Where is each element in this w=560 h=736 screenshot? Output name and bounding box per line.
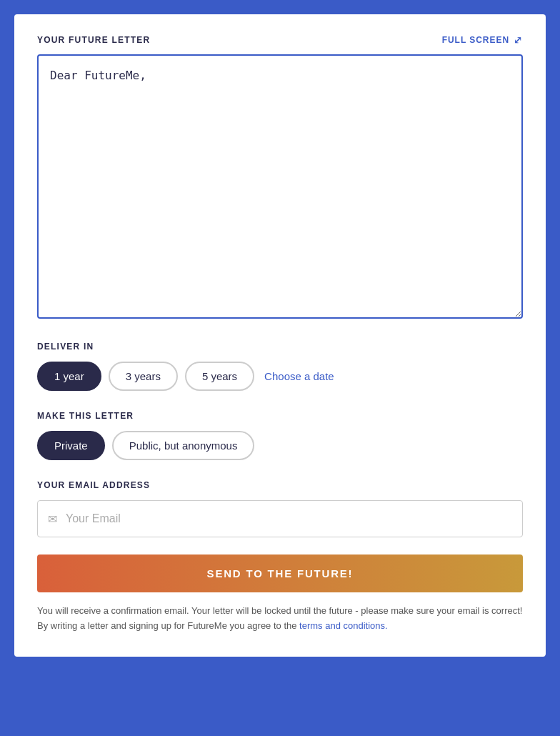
email-label: YOUR EMAIL ADDRESS [37,480,523,490]
make-letter-options-row: Private Public, but anonymous [37,431,523,460]
email-input-wrapper: ✉ [37,500,523,537]
email-icon: ✉ [48,512,57,526]
disclaimer-body: You will receive a confirmation email. Y… [37,605,522,631]
deliver-options-row: 1 year 3 years 5 years Choose a date [37,362,523,391]
fullscreen-label: FULL SCREEN [442,35,509,45]
make-letter-label: MAKE THIS LETTER [37,411,523,421]
letter-textarea[interactable]: Dear FutureMe, [37,54,523,319]
fullscreen-icon: ⤢ [514,34,523,46]
send-button[interactable]: SEND TO THE FUTURE! [37,555,523,592]
fullscreen-button[interactable]: FULL SCREEN ⤢ [442,34,523,46]
deliver-3years-button[interactable]: 3 years [109,362,178,391]
make-letter-section: MAKE THIS LETTER Private Public, but ano… [37,411,523,460]
main-card: YOUR FUTURE LETTER FULL SCREEN ⤢ Dear Fu… [14,14,546,657]
letter-header: YOUR FUTURE LETTER FULL SCREEN ⤢ [37,34,523,46]
terms-link[interactable]: terms and conditions. [299,620,388,631]
deliver-5years-button[interactable]: 5 years [185,362,254,391]
email-input[interactable] [66,512,512,525]
deliver-1year-button[interactable]: 1 year [37,362,101,391]
deliver-label: DELIVER IN [37,342,523,352]
public-button[interactable]: Public, but anonymous [112,431,255,460]
private-button[interactable]: Private [37,431,105,460]
disclaimer-text: You will receive a confirmation email. Y… [37,604,523,634]
letter-title: YOUR FUTURE LETTER [37,35,150,45]
choose-date-button[interactable]: Choose a date [261,363,337,389]
deliver-section: DELIVER IN 1 year 3 years 5 years Choose… [37,342,523,391]
email-section: YOUR EMAIL ADDRESS ✉ [37,480,523,537]
